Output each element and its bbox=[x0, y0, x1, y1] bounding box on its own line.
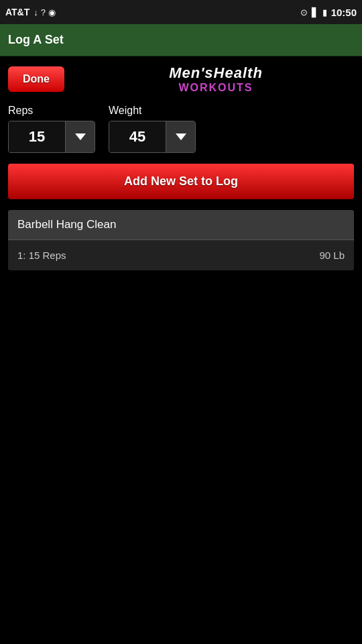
weight-value: 45 bbox=[109, 121, 166, 152]
bluetooth-icon: ⊙ bbox=[300, 7, 308, 17]
page-title: Log A Set bbox=[8, 33, 64, 47]
log-set-num: 1: 15 Reps bbox=[17, 250, 319, 261]
weight-dropdown-arrow[interactable] bbox=[166, 121, 195, 152]
main-content: Done Men'sHealth WORKOUTS Reps 15 Weight… bbox=[0, 56, 362, 278]
weight-group: Weight 45 bbox=[109, 105, 196, 153]
exercise-header: Barbell Hang Clean bbox=[8, 210, 354, 240]
info-icon: ◉ bbox=[48, 7, 56, 17]
weight-label: Weight bbox=[109, 105, 196, 117]
exercise-section: Barbell Hang Clean 1: 15 Reps 90 Lb bbox=[8, 210, 354, 270]
reps-spinner[interactable]: 15 bbox=[8, 121, 95, 153]
reps-value: 15 bbox=[9, 121, 65, 152]
reps-arrow-icon bbox=[75, 133, 86, 140]
reps-dropdown-arrow[interactable] bbox=[65, 121, 95, 152]
logo-workouts: WORKOUTS bbox=[178, 82, 253, 94]
signal-icon: ▋ bbox=[312, 7, 318, 17]
status-time: 10:50 bbox=[331, 7, 357, 18]
header-row: Done Men'sHealth WORKOUTS bbox=[8, 64, 354, 94]
top-bar: Log A Set bbox=[0, 24, 362, 56]
status-bar: AT&T ↓ ? ◉ ⊙ ▋ ▮ 10:50 bbox=[0, 0, 362, 24]
carrier-label: AT&T bbox=[5, 7, 29, 17]
log-weight: 90 Lb bbox=[319, 250, 345, 261]
logo-container: Men'sHealth WORKOUTS bbox=[78, 64, 354, 94]
download-icon: ↓ bbox=[34, 7, 38, 17]
controls-row: Reps 15 Weight 45 bbox=[8, 105, 354, 153]
reps-group: Reps 15 bbox=[8, 105, 95, 153]
exercise-name: Barbell Hang Clean bbox=[17, 218, 116, 231]
exercise-log-row: 1: 15 Reps 90 Lb bbox=[8, 240, 354, 270]
battery-icon: ▮ bbox=[322, 7, 327, 17]
help-icon: ? bbox=[41, 7, 46, 17]
done-button[interactable]: Done bbox=[8, 66, 64, 92]
logo-brand: Men'sHealth bbox=[169, 64, 263, 82]
weight-arrow-icon bbox=[176, 133, 186, 140]
weight-spinner[interactable]: 45 bbox=[109, 121, 196, 153]
add-set-button[interactable]: Add New Set to Log bbox=[8, 164, 354, 199]
reps-label: Reps bbox=[8, 105, 95, 117]
